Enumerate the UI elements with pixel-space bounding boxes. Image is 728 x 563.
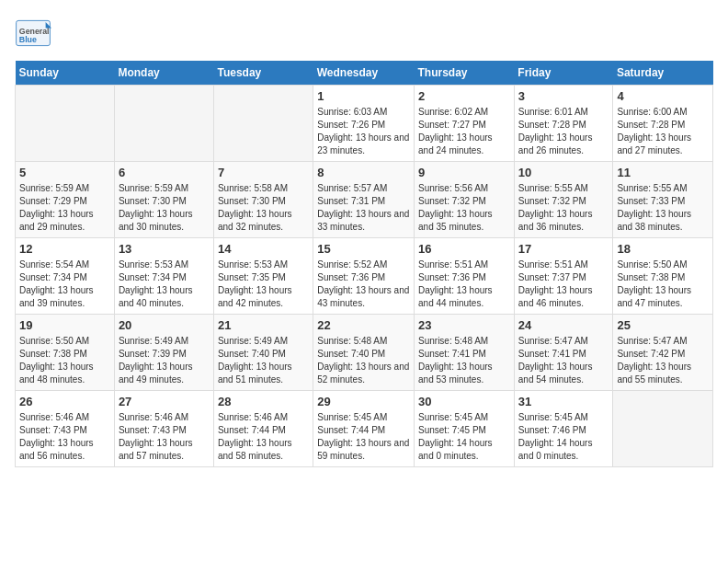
calendar-cell: 10Sunrise: 5:55 AM Sunset: 7:32 PM Dayli… [514, 162, 613, 238]
day-number: 20 [119, 318, 210, 332]
day-number: 7 [218, 166, 309, 179]
week-row: 26Sunrise: 5:46 AM Sunset: 7:43 PM Dayli… [16, 391, 713, 467]
calendar-cell: 16Sunrise: 5:51 AM Sunset: 7:36 PM Dayli… [415, 238, 515, 315]
calendar-cell: 13Sunrise: 5:53 AM Sunset: 7:34 PM Dayli… [114, 238, 213, 315]
day-info: Sunrise: 5:50 AM Sunset: 7:38 PM Dayligh… [19, 335, 110, 386]
calendar-cell: 23Sunrise: 5:48 AM Sunset: 7:41 PM Dayli… [415, 315, 515, 391]
day-info: Sunrise: 5:55 AM Sunset: 7:33 PM Dayligh… [617, 182, 709, 234]
logo: General Blue [15, 15, 57, 52]
logo-icon: General Blue [15, 15, 51, 52]
day-number: 27 [119, 395, 210, 408]
day-number: 2 [418, 89, 510, 103]
calendar-cell: 27Sunrise: 5:46 AM Sunset: 7:43 PM Dayli… [114, 391, 213, 467]
day-number: 6 [119, 166, 210, 179]
col-header-thursday: Thursday [415, 61, 515, 86]
day-number: 11 [617, 166, 709, 179]
day-number: 19 [19, 318, 110, 332]
calendar-cell: 12Sunrise: 5:54 AM Sunset: 7:34 PM Dayli… [16, 238, 115, 315]
day-info: Sunrise: 5:49 AM Sunset: 7:40 PM Dayligh… [218, 335, 309, 386]
day-info: Sunrise: 5:56 AM Sunset: 7:32 PM Dayligh… [418, 182, 510, 234]
day-info: Sunrise: 5:47 AM Sunset: 7:42 PM Dayligh… [617, 335, 709, 386]
day-info: Sunrise: 5:53 AM Sunset: 7:34 PM Dayligh… [119, 259, 210, 310]
calendar-cell: 1Sunrise: 6:03 AM Sunset: 7:26 PM Daylig… [313, 86, 415, 162]
calendar-cell: 29Sunrise: 5:45 AM Sunset: 7:44 PM Dayli… [313, 391, 415, 467]
day-info: Sunrise: 6:00 AM Sunset: 7:28 PM Dayligh… [617, 106, 709, 157]
col-header-wednesday: Wednesday [313, 61, 415, 86]
day-number: 23 [418, 318, 510, 332]
day-info: Sunrise: 5:57 AM Sunset: 7:31 PM Dayligh… [317, 182, 410, 234]
calendar-cell: 9Sunrise: 5:56 AM Sunset: 7:32 PM Daylig… [415, 162, 515, 238]
calendar-cell: 8Sunrise: 5:57 AM Sunset: 7:31 PM Daylig… [313, 162, 415, 238]
col-header-saturday: Saturday [613, 61, 713, 86]
calendar-cell: 11Sunrise: 5:55 AM Sunset: 7:33 PM Dayli… [613, 162, 713, 238]
day-number: 15 [317, 242, 410, 256]
day-info: Sunrise: 5:46 AM Sunset: 7:43 PM Dayligh… [19, 411, 110, 463]
week-row: 12Sunrise: 5:54 AM Sunset: 7:34 PM Dayli… [16, 238, 713, 315]
day-info: Sunrise: 6:01 AM Sunset: 7:28 PM Dayligh… [518, 106, 609, 157]
calendar-cell: 30Sunrise: 5:45 AM Sunset: 7:45 PM Dayli… [415, 391, 515, 467]
calendar-cell: 19Sunrise: 5:50 AM Sunset: 7:38 PM Dayli… [16, 315, 115, 391]
day-info: Sunrise: 5:52 AM Sunset: 7:36 PM Dayligh… [317, 259, 410, 310]
day-number: 17 [518, 242, 609, 256]
calendar-table: SundayMondayTuesdayWednesdayThursdayFrid… [15, 61, 713, 467]
day-info: Sunrise: 5:49 AM Sunset: 7:39 PM Dayligh… [119, 335, 210, 386]
col-header-tuesday: Tuesday [213, 61, 313, 86]
calendar-cell: 7Sunrise: 5:58 AM Sunset: 7:30 PM Daylig… [213, 162, 313, 238]
calendar-cell: 3Sunrise: 6:01 AM Sunset: 7:28 PM Daylig… [514, 86, 613, 162]
calendar-cell [16, 86, 115, 162]
day-info: Sunrise: 5:45 AM Sunset: 7:44 PM Dayligh… [317, 411, 410, 463]
week-row: 1Sunrise: 6:03 AM Sunset: 7:26 PM Daylig… [16, 86, 713, 162]
day-number: 29 [317, 395, 410, 408]
day-number: 24 [518, 318, 609, 332]
day-info: Sunrise: 6:03 AM Sunset: 7:26 PM Dayligh… [317, 106, 410, 157]
day-info: Sunrise: 5:50 AM Sunset: 7:38 PM Dayligh… [617, 259, 709, 310]
day-info: Sunrise: 5:54 AM Sunset: 7:34 PM Dayligh… [19, 259, 110, 310]
day-info: Sunrise: 5:59 AM Sunset: 7:30 PM Dayligh… [119, 182, 210, 234]
svg-text:Blue: Blue [19, 35, 37, 44]
day-number: 5 [19, 166, 110, 179]
calendar-cell: 24Sunrise: 5:47 AM Sunset: 7:41 PM Dayli… [514, 315, 613, 391]
day-number: 3 [518, 89, 609, 103]
col-header-monday: Monday [114, 61, 213, 86]
day-number: 18 [617, 242, 709, 256]
day-info: Sunrise: 5:48 AM Sunset: 7:40 PM Dayligh… [317, 335, 410, 386]
day-number: 12 [19, 242, 110, 256]
calendar-cell: 2Sunrise: 6:02 AM Sunset: 7:27 PM Daylig… [415, 86, 515, 162]
day-info: Sunrise: 5:51 AM Sunset: 7:37 PM Dayligh… [518, 259, 609, 310]
calendar-cell: 14Sunrise: 5:53 AM Sunset: 7:35 PM Dayli… [213, 238, 313, 315]
col-header-friday: Friday [514, 61, 613, 86]
calendar-cell: 28Sunrise: 5:46 AM Sunset: 7:44 PM Dayli… [213, 391, 313, 467]
calendar-cell: 31Sunrise: 5:45 AM Sunset: 7:46 PM Dayli… [514, 391, 613, 467]
week-row: 5Sunrise: 5:59 AM Sunset: 7:29 PM Daylig… [16, 162, 713, 238]
day-number: 13 [119, 242, 210, 256]
day-number: 14 [218, 242, 309, 256]
day-number: 8 [317, 166, 410, 179]
day-info: Sunrise: 5:59 AM Sunset: 7:29 PM Dayligh… [19, 182, 110, 234]
day-number: 28 [218, 395, 309, 408]
day-info: Sunrise: 5:46 AM Sunset: 7:43 PM Dayligh… [119, 411, 210, 463]
calendar-cell [613, 391, 713, 467]
day-info: Sunrise: 5:47 AM Sunset: 7:41 PM Dayligh… [518, 335, 609, 386]
week-row: 19Sunrise: 5:50 AM Sunset: 7:38 PM Dayli… [16, 315, 713, 391]
day-info: Sunrise: 5:51 AM Sunset: 7:36 PM Dayligh… [418, 259, 510, 310]
calendar-cell: 26Sunrise: 5:46 AM Sunset: 7:43 PM Dayli… [16, 391, 115, 467]
calendar-cell: 20Sunrise: 5:49 AM Sunset: 7:39 PM Dayli… [114, 315, 213, 391]
col-header-sunday: Sunday [16, 61, 115, 86]
day-info: Sunrise: 5:48 AM Sunset: 7:41 PM Dayligh… [418, 335, 510, 386]
day-number: 4 [617, 89, 709, 103]
page-header: General Blue [15, 15, 713, 52]
calendar-cell: 4Sunrise: 6:00 AM Sunset: 7:28 PM Daylig… [613, 86, 713, 162]
day-number: 10 [518, 166, 609, 179]
calendar-cell: 5Sunrise: 5:59 AM Sunset: 7:29 PM Daylig… [16, 162, 115, 238]
calendar-cell: 15Sunrise: 5:52 AM Sunset: 7:36 PM Dayli… [313, 238, 415, 315]
calendar-cell [213, 86, 313, 162]
calendar-cell [114, 86, 213, 162]
calendar-cell: 25Sunrise: 5:47 AM Sunset: 7:42 PM Dayli… [613, 315, 713, 391]
day-number: 1 [317, 89, 410, 103]
day-number: 26 [19, 395, 110, 408]
calendar-cell: 18Sunrise: 5:50 AM Sunset: 7:38 PM Dayli… [613, 238, 713, 315]
day-number: 30 [418, 395, 510, 408]
day-info: Sunrise: 5:53 AM Sunset: 7:35 PM Dayligh… [218, 259, 309, 310]
day-number: 16 [418, 242, 510, 256]
day-number: 25 [617, 318, 709, 332]
